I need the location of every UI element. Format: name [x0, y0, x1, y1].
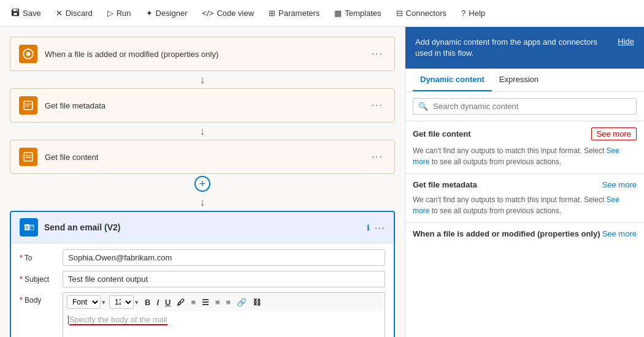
main-layout: When a file is added or modified (proper…	[0, 27, 644, 337]
body-field-row: Body Font 12 B I	[20, 292, 385, 337]
discard-icon: ✕	[56, 9, 63, 18]
designer-button[interactable]: ✦ Designer	[140, 5, 194, 21]
see-more-button-2[interactable]: See more	[602, 180, 637, 189]
templates-label: Templates	[345, 9, 381, 18]
add-step-button[interactable]: +	[194, 176, 210, 192]
arrow-1: ↓	[10, 71, 395, 88]
templates-icon: ▦	[334, 9, 342, 18]
font-size-select[interactable]: 12	[109, 295, 134, 309]
email-card-title: Send an email (V2)	[44, 222, 361, 232]
help-button[interactable]: ? Help	[455, 5, 491, 21]
side-content: Get file content See more We can't find …	[405, 121, 644, 337]
arrow-3: ↓	[10, 194, 395, 211]
save-icon	[11, 8, 20, 18]
step-trigger[interactable]: When a file is added or modified (proper…	[10, 37, 395, 71]
section-title-1: Get file content	[413, 129, 471, 138]
email-card: O Send an email (V2) ℹ ··· To	[10, 211, 395, 337]
save-label: Save	[23, 9, 41, 18]
code-view-icon: </>	[202, 9, 214, 18]
run-label: Run	[117, 9, 131, 18]
parameters-icon: ⊞	[269, 9, 275, 18]
tab-dynamic-content[interactable]: Dynamic content	[413, 69, 492, 91]
save-button[interactable]: Save	[5, 4, 47, 22]
trigger-more[interactable]: ···	[369, 48, 386, 59]
body-toolbar: Font 12 B I U 🖊 ≡ ☰	[63, 292, 385, 311]
parameters-button[interactable]: ⊞ Parameters	[263, 5, 326, 21]
designer-label: Designer	[156, 9, 188, 18]
trigger-title: When a file is added or modified (proper…	[45, 50, 369, 59]
connectors-button[interactable]: ⊟ Connectors	[390, 5, 453, 21]
unlink-button[interactable]: ⛓	[250, 297, 263, 308]
ordered-list-button[interactable]: ☰	[199, 297, 212, 308]
svg-point-1	[26, 52, 31, 56]
align-left-button[interactable]: ≡	[213, 297, 223, 308]
code-view-button[interactable]: </> Code view	[196, 5, 261, 21]
templates-button[interactable]: ▦ Templates	[328, 5, 387, 21]
color-button[interactable]: 🖊	[174, 297, 187, 308]
search-input[interactable]	[433, 102, 631, 111]
hide-button[interactable]: Hide	[618, 37, 634, 46]
font-size-dropdown-icon	[135, 298, 139, 306]
code-view-label: Code view	[217, 9, 254, 18]
email-more-icon[interactable]: ···	[375, 223, 385, 232]
body-label: Body	[20, 292, 63, 305]
step-get-content[interactable]: Get file content ···	[10, 140, 395, 174]
unordered-list-button[interactable]: ≡	[188, 297, 198, 308]
toolbar: Save ✕ Discard ▷ Run ✦ Designer </> Code…	[0, 0, 644, 27]
email-info-icon[interactable]: ℹ	[367, 223, 370, 232]
tab-expression[interactable]: Expression	[492, 69, 546, 91]
run-button[interactable]: ▷ Run	[101, 5, 137, 21]
content-title: Get file content	[45, 153, 369, 162]
trigger-icon	[19, 45, 37, 63]
metadata-icon	[19, 96, 37, 115]
step-get-metadata[interactable]: Get file metadata ···	[10, 88, 395, 123]
align-right-button[interactable]: ≡	[224, 297, 234, 308]
side-panel: Add dynamic content from the apps and co…	[405, 27, 644, 337]
font-dropdown-icon	[102, 298, 105, 306]
add-step-area: +	[10, 174, 395, 194]
see-more-button-1[interactable]: See more	[591, 127, 637, 140]
link-button[interactable]: 🔗	[234, 297, 249, 308]
email-outlook-icon: O	[20, 218, 38, 237]
bold-button[interactable]: B	[142, 297, 153, 308]
svg-text:O: O	[25, 225, 29, 230]
section-desc-1: We can't find any outputs to match this …	[405, 143, 644, 173]
to-input[interactable]	[63, 249, 385, 266]
body-editor[interactable]: Specify the body of the mail	[63, 311, 385, 337]
side-panel-header: Add dynamic content from the apps and co…	[405, 27, 644, 69]
section-desc-2: We can't find any outputs to match this …	[405, 192, 644, 222]
section-get-file-metadata: Get file metadata See more We can't find…	[405, 174, 644, 222]
arrow-2: ↓	[10, 123, 395, 140]
side-tabs: Dynamic content Expression	[405, 69, 644, 92]
canvas: When a file is added or modified (proper…	[0, 27, 405, 337]
section-title-2: Get file metadata	[413, 180, 477, 189]
cursor	[68, 316, 69, 324]
section-header-1: Get file content See more	[405, 121, 644, 143]
content-icon	[19, 148, 37, 166]
side-search-area: 🔍	[405, 92, 644, 121]
section-header-3: When a file is added or modified (proper…	[405, 223, 644, 241]
email-card-header[interactable]: O Send an email (V2) ℹ ···	[11, 212, 394, 243]
parameters-label: Parameters	[278, 9, 320, 18]
section-title-3: When a file is added or modified (proper…	[413, 229, 600, 238]
body-editor-container: Font 12 B I U 🖊 ≡ ☰	[63, 292, 385, 337]
email-header-actions: ℹ ···	[367, 223, 385, 232]
connectors-label: Connectors	[406, 9, 447, 18]
run-icon: ▷	[107, 9, 113, 18]
subject-input[interactable]	[63, 271, 385, 287]
metadata-more[interactable]: ···	[369, 100, 386, 111]
italic-button[interactable]: I	[154, 297, 161, 308]
font-select[interactable]: Font	[67, 295, 101, 309]
discard-label: Discard	[66, 9, 93, 18]
svg-rect-2	[24, 101, 33, 110]
svg-rect-5	[24, 153, 33, 161]
to-field-row: To	[20, 249, 385, 266]
underline-button[interactable]: U	[163, 297, 173, 308]
help-icon: ?	[461, 9, 466, 18]
see-more-button-3[interactable]: See more	[602, 229, 637, 238]
email-body: To Subject Body Font	[11, 243, 394, 337]
subject-label: Subject	[20, 275, 63, 284]
section-header-2: Get file metadata See more	[405, 174, 644, 192]
content-more[interactable]: ···	[369, 151, 386, 162]
discard-button[interactable]: ✕ Discard	[50, 5, 99, 21]
